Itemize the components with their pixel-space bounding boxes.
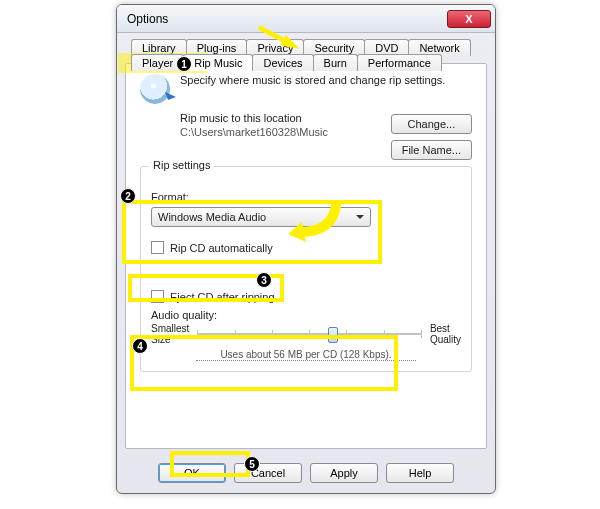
close-icon: X [465,13,472,25]
arrow-to-format-icon [282,202,342,246]
eject-checkbox[interactable] [151,290,164,303]
tab-burn[interactable]: Burn [313,54,358,71]
close-button[interactable]: X [447,10,491,28]
slider-thumb[interactable] [328,327,338,343]
cd-rip-icon [140,74,170,104]
options-dialog: Options X Library Plug-ins Privacy Secur… [116,4,496,494]
tab-sheet: Specify where music is stored and change… [125,63,487,449]
format-value: Windows Media Audio [158,211,266,223]
step-badge-3: 3 [256,272,272,288]
tab-rip-music[interactable]: Rip Music [183,54,253,71]
rip-settings-legend: Rip settings [149,159,214,171]
apply-button[interactable]: Apply [310,463,378,483]
instruction-text: Specify where music is stored and change… [180,74,445,86]
aq-size-info: Uses about 56 MB per CD (128 Kbps). [196,349,416,361]
help-button[interactable]: Help [386,463,454,483]
change-button[interactable]: Change... [391,114,472,134]
eject-label: Eject CD after ripping [170,291,275,303]
step-badge-5: 5 [244,456,260,472]
aq-max-label: Best Quality [430,323,461,345]
aq-min-label: Smallest Size [151,323,189,345]
titlebar: Options X [117,5,495,33]
filename-button[interactable]: File Name... [391,140,472,160]
rip-auto-label: Rip CD automatically [170,242,273,254]
rip-auto-checkbox[interactable] [151,241,164,254]
tab-devices[interactable]: Devices [252,54,313,71]
ok-button[interactable]: OK [158,463,226,483]
audio-quality-slider[interactable] [197,324,422,344]
dialog-button-row: OK Cancel Apply Help [117,463,495,483]
step-badge-4: 4 [132,338,148,354]
window-title: Options [127,12,168,26]
chevron-down-icon [356,215,364,223]
step-badge-1: 1 [176,56,192,72]
audio-quality-label: Audio quality: [151,309,461,321]
rip-settings-group: Rip settings Format: Windows Media Audio… [140,166,472,372]
step-badge-2: 2 [120,188,136,204]
tab-performance[interactable]: Performance [357,54,442,71]
